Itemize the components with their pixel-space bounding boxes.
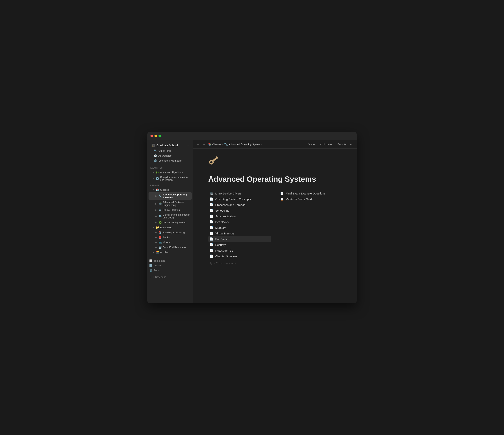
search-icon: 🔍: [154, 149, 157, 152]
chevron-down-icon: ▼: [153, 226, 155, 229]
page-icon: 📄: [210, 231, 213, 235]
checkmark-icon: ✓: [320, 143, 322, 146]
updates-button[interactable]: ✓ Updates: [319, 142, 333, 147]
page-icon: 📄: [210, 249, 213, 252]
more-options-button[interactable]: ···: [350, 142, 354, 146]
sidebar-item-label: Books: [163, 236, 190, 239]
chevron-down-icon: ⌄: [187, 144, 189, 147]
plus-icon: +: [150, 276, 152, 278]
sidebar-item-eth-hack[interactable]: ▶ 💻 Ethical Hacking: [149, 208, 192, 212]
workspace-row[interactable]: 🎓 Graduate School ⌄: [150, 143, 190, 148]
content-item-scheduling[interactable]: 📄 Scheduling: [208, 208, 271, 213]
sidebar-item-label: Compiler Implementation and Design: [163, 213, 190, 219]
favorite-button[interactable]: Favorite: [336, 142, 348, 147]
content-list-right: 📄 Final Exam Example Questions 📋 Mid-ter…: [279, 190, 341, 259]
sidebar-item-trash[interactable]: 🗑️ Trash: [147, 268, 193, 273]
content-item-file-system[interactable]: 📄 File System ···: [208, 236, 271, 242]
sidebar-item-books[interactable]: ▶ 📕 Books: [149, 235, 192, 240]
chevron-down-icon: ▼: [153, 189, 155, 191]
sidebar-item-compiler-fav[interactable]: ▶ ⚙️ Compiler Implementation and Design: [149, 175, 192, 182]
clipboard-icon: 📋: [280, 197, 284, 201]
maximize-button[interactable]: [158, 135, 161, 137]
folder-icon: 📁: [156, 226, 159, 229]
sidebar-item-label: Videos: [163, 241, 190, 244]
sidebar-top: 🎓 Graduate School ⌄ 🔍 Quick Find 🕐 All U…: [147, 140, 193, 165]
page-icon: 📄: [210, 243, 213, 246]
favorites-section-label: Favorites: [147, 165, 193, 170]
content-item-memory[interactable]: 📄 Memory: [208, 225, 271, 231]
tv-icon: 📺: [158, 241, 162, 244]
recycle-icon: ♻️: [156, 171, 159, 174]
close-button[interactable]: [150, 135, 153, 137]
sidebar-item-videos[interactable]: ▶ 📺 Videos: [149, 240, 192, 245]
sidebar-item-classes[interactable]: ▼ 📚 Classes: [149, 187, 192, 192]
more-options-icon[interactable]: ···: [266, 237, 270, 241]
books-icon: 📚: [158, 231, 162, 234]
share-button[interactable]: Share: [306, 142, 316, 147]
sidebar-item-archive[interactable]: ▶ 🗃️ Archive: [149, 250, 192, 254]
item-label: Synchronization: [215, 215, 270, 218]
content-item-security[interactable]: 📄 Security: [208, 242, 271, 248]
sidebar-item-label: Classes: [160, 188, 190, 191]
title-bar: [147, 132, 357, 140]
sidebar-item-settings[interactable]: ⚙️ Settings & Members: [151, 158, 189, 163]
breadcrumb: 📚 Classes / 🔧 Advanced Operating Systems: [208, 143, 305, 146]
sidebar-item-adv-sw-eng[interactable]: ▶ 🗃️ Advanced Software Engineering: [149, 200, 192, 207]
page-icon: 📄: [210, 214, 213, 218]
book-icon: 📕: [158, 236, 162, 239]
content-item-linux-drivers[interactable]: 🖥️ Linux Device Drivers: [208, 190, 271, 196]
app-window: 🎓 Graduate School ⌄ 🔍 Quick Find 🕐 All U…: [147, 132, 357, 303]
sidebar-item-label: Quick Find: [158, 149, 171, 152]
content-grid: 🖥️ Linux Device Drivers 📄 Operating Syst…: [208, 190, 341, 259]
gear-icon: ⚙️: [156, 177, 159, 180]
topbar: ← → 📚 Classes / 🔧 Advanced Operating Sys…: [193, 140, 357, 149]
content-item-deadlocks[interactable]: 📄 Deadlocks: [208, 219, 271, 225]
sidebar-item-adv-os[interactable]: ▶ 🔧 Advanced Operating Systems: [149, 192, 192, 200]
sidebar-item-label: Templates: [154, 259, 165, 262]
sidebar-item-label: Compiler Implementation and Design: [160, 176, 190, 181]
page-icon: 📄: [210, 226, 213, 229]
back-button[interactable]: ←: [196, 142, 201, 147]
sidebar-item-compiler[interactable]: ▶ ⚙️ Compiler Implementation and Design: [149, 213, 192, 220]
sidebar-item-reading[interactable]: ▶ 📚 Reading + Listening: [149, 230, 192, 235]
content-item-os-concepts[interactable]: 📄 Operating System Concepts: [208, 196, 271, 202]
traffic-lights: [150, 135, 161, 137]
monitor-icon: 🖥️: [158, 246, 162, 249]
sidebar-item-import[interactable]: ⬇️ Import: [147, 263, 193, 268]
chevron-right-icon: ▶: [155, 231, 157, 233]
sidebar-item-quick-find[interactable]: 🔍 Quick Find: [151, 148, 189, 153]
page-icon: 📄: [210, 237, 213, 241]
sidebar-item-adv-algo[interactable]: ▶ ♻️ Advanced Algorithms: [149, 220, 192, 225]
sidebar-item-templates[interactable]: ⬜ Templates: [147, 259, 193, 263]
nav-arrows: ← →: [196, 142, 206, 147]
cabinet-icon: 🗃️: [156, 251, 159, 254]
item-label: Notes April 11: [215, 249, 270, 252]
app-body: 🎓 Graduate School ⌄ 🔍 Quick Find 🕐 All U…: [147, 140, 357, 303]
breadcrumb-classes[interactable]: 📚 Classes: [208, 143, 221, 146]
chevron-right-icon: ▶: [155, 195, 157, 197]
forward-button[interactable]: →: [202, 142, 206, 147]
content-item-midterm[interactable]: 📋 Mid-term Study Guide: [279, 196, 341, 202]
page-icon: 📄: [210, 197, 213, 201]
workspace-icon: 🎓: [152, 144, 155, 147]
new-page-button[interactable]: + + New page: [147, 274, 193, 280]
books-icon: 📚: [156, 188, 159, 191]
sidebar-item-label: All Updates: [158, 154, 171, 157]
sidebar-item-adv-algo-fav[interactable]: ▶ ♻️ Advanced Algorithms: [149, 170, 192, 175]
content-item-chapter9[interactable]: 📄 Chapter 9 review: [208, 253, 271, 259]
page-icon: 📄: [280, 192, 284, 195]
content-item-processes[interactable]: 📄 Processes and Threads: [208, 202, 271, 208]
sidebar-item-resources[interactable]: ▼ 📁 Resources: [149, 225, 192, 230]
item-label: Virtual Memory: [215, 232, 270, 235]
content-item-final-exam[interactable]: 📄 Final Exam Example Questions: [279, 190, 341, 196]
page-icon: 📄: [210, 254, 213, 258]
minimize-button[interactable]: [154, 135, 157, 137]
breadcrumb-label: Classes: [212, 143, 221, 146]
content-item-virtual-memory[interactable]: 📄 Virtual Memory: [208, 231, 271, 236]
sidebar-item-label: Advanced Operating Systems: [163, 193, 190, 199]
sidebar-item-frontend[interactable]: ▶ 🖥️ Front End Resources: [149, 245, 192, 250]
content-item-notes-april[interactable]: 📄 Notes April 11: [208, 248, 271, 253]
sidebar: 🎓 Graduate School ⌄ 🔍 Quick Find 🕐 All U…: [147, 140, 193, 303]
sidebar-item-all-updates[interactable]: 🕐 All Updates: [151, 153, 189, 158]
content-item-synchronization[interactable]: 📄 Synchronization: [208, 213, 271, 219]
